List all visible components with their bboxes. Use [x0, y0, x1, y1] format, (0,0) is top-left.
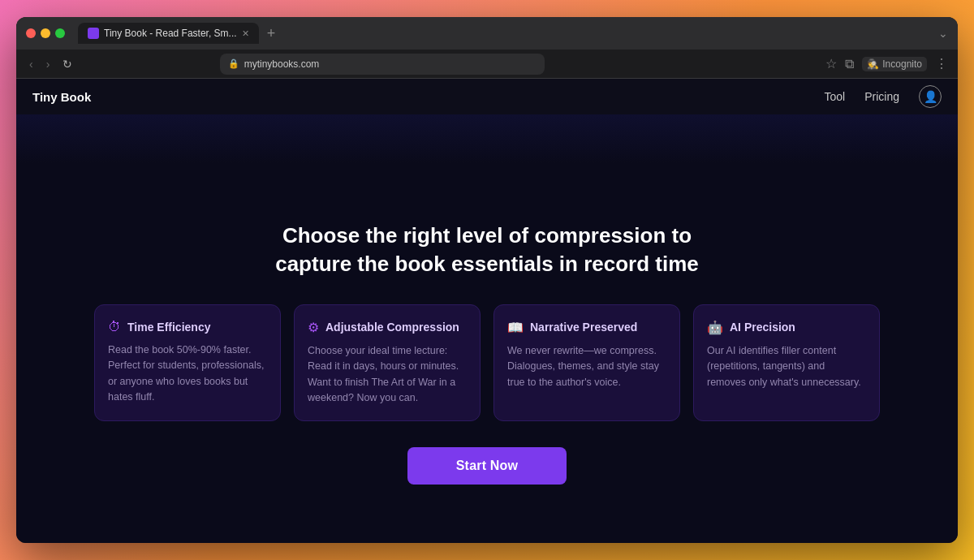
feature-card-time-efficiency: ⏱ Time Efficiency Read the book 50%-90% … — [94, 304, 281, 422]
title-bar: Tiny Book - Read Faster, Sm... ✕ + ⌄ — [16, 17, 958, 50]
incognito-label: Incognito — [882, 58, 922, 70]
bookmark-icon[interactable]: ☆ — [825, 56, 837, 71]
ai-icon: 🤖 — [707, 320, 723, 335]
reload-button[interactable]: ↻ — [59, 56, 75, 72]
extensions-icon[interactable]: ⧉ — [845, 57, 854, 71]
new-tab-button[interactable]: + — [262, 25, 281, 42]
user-avatar[interactable]: 👤 — [919, 85, 942, 108]
maximize-button[interactable] — [55, 28, 65, 38]
address-bar: ‹ › ↻ 🔒 mytinybooks.com ☆ ⧉ 🕵 Incognito … — [16, 50, 958, 79]
headline-line2: capture the book essentials in record ti… — [275, 252, 699, 276]
start-now-button[interactable]: Start Now — [407, 447, 567, 485]
card-header-0: ⏱ Time Efficiency — [108, 320, 267, 334]
forward-button[interactable]: › — [43, 56, 54, 72]
card-title-2: Narrative Preserved — [530, 321, 637, 334]
tab-favicon — [88, 28, 99, 39]
app-logo[interactable]: Tiny Book — [32, 90, 91, 104]
card-header-2: 📖 Narrative Preserved — [507, 320, 666, 335]
card-title-0: Time Efficiency — [127, 321, 210, 334]
active-tab[interactable]: Tiny Book - Read Faster, Sm... ✕ — [78, 23, 259, 44]
card-body-1: Choose your ideal time lecture: Read it … — [308, 343, 467, 407]
back-button[interactable]: ‹ — [26, 56, 37, 72]
headline: Choose the right level of compression to… — [275, 222, 699, 278]
tab-close-icon[interactable]: ✕ — [242, 28, 249, 39]
menu-icon[interactable]: ⋮ — [935, 56, 948, 71]
nav-link-pricing[interactable]: Pricing — [864, 90, 899, 103]
incognito-badge: 🕵 Incognito — [862, 57, 927, 71]
card-body-2: We never rewrite—we compress. Dialogues,… — [507, 343, 666, 390]
card-header-3: 🤖 AI Precision — [707, 320, 866, 335]
feature-cards: ⏱ Time Efficiency Read the book 50%-90% … — [57, 304, 917, 422]
nav-link-tool[interactable]: Tool — [825, 90, 846, 103]
url-bar[interactable]: 🔒 mytinybooks.com — [220, 54, 545, 75]
tab-title: Tiny Book - Read Faster, Sm... — [104, 28, 237, 39]
card-header-1: ⚙ Adjustable Compression — [308, 320, 467, 335]
address-bar-actions: ☆ ⧉ 🕵 Incognito ⋮ — [825, 56, 948, 71]
sliders-icon: ⚙ — [308, 320, 319, 335]
url-text: mytinybooks.com — [244, 58, 320, 70]
close-button[interactable] — [26, 28, 36, 38]
lock-icon: 🔒 — [228, 58, 239, 69]
card-body-3: Our AI identifies filler content (repeti… — [707, 343, 866, 390]
app-nav: Tiny Book Tool Pricing 👤 — [16, 79, 958, 114]
card-title-3: AI Precision — [730, 321, 795, 334]
minimize-button[interactable] — [41, 28, 50, 38]
card-title-1: Adjustable Compression — [325, 321, 459, 334]
headline-line1: Choose the right level of compression to — [282, 223, 692, 248]
incognito-icon: 🕵 — [867, 58, 879, 70]
time-icon: ⏱ — [108, 320, 121, 334]
hero-banner — [16, 114, 958, 163]
main-content: Choose the right level of compression to… — [16, 163, 958, 543]
feature-card-ai-precision: 🤖 AI Precision Our AI identifies filler … — [693, 304, 880, 422]
book-icon: 📖 — [507, 320, 524, 335]
feature-card-narrative-preserved: 📖 Narrative Preserved We never rewrite—w… — [493, 304, 680, 422]
tab-chevron-icon[interactable]: ⌄ — [938, 27, 948, 40]
feature-card-adjustable-compression: ⚙ Adjustable Compression Choose your ide… — [294, 304, 481, 422]
traffic-lights — [26, 28, 65, 38]
app-nav-links: Tool Pricing 👤 — [825, 85, 942, 108]
browser-window: Tiny Book - Read Faster, Sm... ✕ + ⌄ ‹ ›… — [16, 17, 958, 543]
tab-bar: Tiny Book - Read Faster, Sm... ✕ + — [78, 23, 932, 44]
card-body-0: Read the book 50%-90% faster. Perfect fo… — [108, 342, 267, 406]
